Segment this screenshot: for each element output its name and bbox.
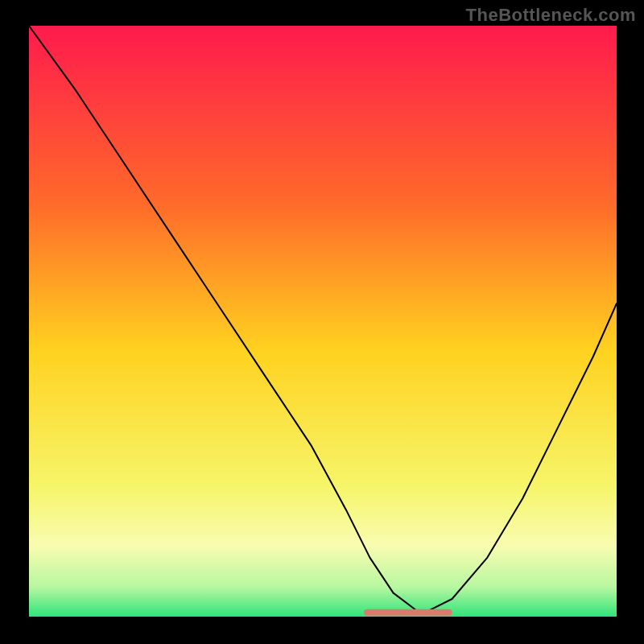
plot-background xyxy=(29,26,617,617)
optimal-range-marker xyxy=(364,609,452,616)
chart-stage: TheBottleneck.com xyxy=(0,0,644,644)
chart-svg xyxy=(0,0,644,644)
watermark-text: TheBottleneck.com xyxy=(466,5,636,26)
